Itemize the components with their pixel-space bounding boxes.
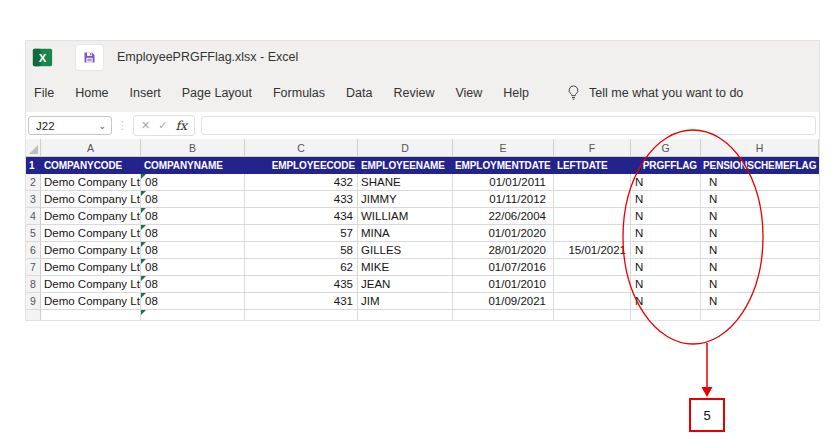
cell-employmentdate[interactable]: 28/01/2020 — [453, 242, 554, 259]
cell-pensionschemeflag[interactable]: N — [701, 191, 819, 208]
cell-employeecode[interactable]: 434 — [245, 208, 358, 225]
row-number[interactable]: 7 — [26, 259, 41, 276]
row-number[interactable]: 6 — [26, 242, 41, 259]
formula-input[interactable] — [201, 116, 816, 135]
cell-companyname[interactable]: 08 — [141, 293, 245, 310]
cell-companycode[interactable]: Demo Company Ltd — [41, 293, 141, 310]
cell-pensionschemeflag[interactable]: N — [701, 276, 819, 293]
header-prgfflag[interactable]: PRGFFLAG — [631, 157, 701, 174]
cell-leftdate[interactable] — [554, 259, 631, 276]
column-header-c[interactable]: C — [245, 139, 358, 157]
chevron-down-icon[interactable]: ⌄ — [98, 121, 106, 131]
row-number[interactable]: 5 — [26, 225, 41, 242]
cell-employeecode[interactable]: 435 — [245, 276, 358, 293]
cell-employeename[interactable]: JIMMY — [358, 191, 453, 208]
cell-prgfflag[interactable]: N — [631, 259, 701, 276]
cell-leftdate[interactable] — [554, 208, 631, 225]
cell-companycode[interactable]: Demo Company Ltd — [41, 225, 141, 242]
column-header-d[interactable]: D — [358, 139, 453, 157]
cell-employmentdate[interactable]: 01/09/2021 — [453, 293, 554, 310]
cell-companycode[interactable]: Demo Company Ltd — [41, 242, 141, 259]
cell-prgfflag[interactable]: N — [631, 293, 701, 310]
cell-employeecode[interactable]: 433 — [245, 191, 358, 208]
column-header-b[interactable]: B — [141, 139, 245, 157]
cell-employeecode[interactable]: 62 — [245, 259, 358, 276]
header-employeecode[interactable]: EMPLOYEECODE — [245, 157, 358, 174]
cell-companyname[interactable]: 08 — [141, 259, 245, 276]
header-employeename[interactable]: EMPLOYEENAME — [358, 157, 453, 174]
cell-pensionschemeflag[interactable]: N — [701, 242, 819, 259]
cell-leftdate[interactable] — [554, 293, 631, 310]
cell-employeename[interactable]: SHANE — [358, 174, 453, 191]
tab-review[interactable]: Review — [393, 86, 434, 100]
cell-employmentdate[interactable]: 01/01/2011 — [453, 174, 554, 191]
cell-leftdate[interactable]: 15/01/2021 — [554, 242, 631, 259]
cell-employmentdate[interactable]: 01/11/2012 — [453, 191, 554, 208]
cell-companyname[interactable]: 08 — [141, 242, 245, 259]
cell-employeename[interactable]: MIKE — [358, 259, 453, 276]
tab-home[interactable]: Home — [75, 86, 108, 100]
insert-function-icon[interactable]: fx — [175, 118, 187, 133]
cell-companyname[interactable]: 08 — [141, 225, 245, 242]
cell-pensionschemeflag[interactable]: N — [701, 259, 819, 276]
cell-leftdate[interactable] — [554, 225, 631, 242]
name-box[interactable]: J22 ⌄ — [28, 116, 112, 135]
cell-prgfflag[interactable]: N — [631, 225, 701, 242]
cell-employeecode[interactable]: 432 — [245, 174, 358, 191]
tab-view[interactable]: View — [455, 86, 482, 100]
row-number[interactable]: 3 — [26, 191, 41, 208]
cell-employeename[interactable]: GILLES — [358, 242, 453, 259]
cell-prgfflag[interactable]: N — [631, 174, 701, 191]
tab-data[interactable]: Data — [346, 86, 372, 100]
cell-leftdate[interactable] — [554, 276, 631, 293]
tell-me-box[interactable]: Tell me what you want to do — [566, 84, 743, 101]
row-number[interactable]: 1 — [26, 157, 41, 174]
cell-employmentdate[interactable]: 01/01/2020 — [453, 225, 554, 242]
cell-companycode[interactable]: Demo Company Ltd — [41, 276, 141, 293]
cell-employeename[interactable]: JIM — [358, 293, 453, 310]
tab-formulas[interactable]: Formulas — [273, 86, 325, 100]
tab-file[interactable]: File — [34, 86, 54, 100]
cell-pensionschemeflag[interactable]: N — [701, 208, 819, 225]
save-button[interactable] — [75, 44, 104, 71]
cancel-icon[interactable]: ✕ — [141, 119, 150, 132]
tab-help[interactable]: Help — [503, 86, 529, 100]
cell-companyname[interactable]: 08 — [141, 208, 245, 225]
tab-insert[interactable]: Insert — [130, 86, 161, 100]
cell-leftdate[interactable] — [554, 191, 631, 208]
cell-employeecode[interactable]: 58 — [245, 242, 358, 259]
cell-companyname[interactable]: 08 — [141, 191, 245, 208]
cell-employmentdate[interactable]: 01/01/2010 — [453, 276, 554, 293]
column-header-f[interactable]: F — [554, 139, 631, 157]
row-number[interactable]: 4 — [26, 208, 41, 225]
cell-companyname[interactable]: 08 — [141, 174, 245, 191]
cell-companyname[interactable]: 08 — [141, 276, 245, 293]
row-number[interactable]: 2 — [26, 174, 41, 191]
cell-pensionschemeflag[interactable]: N — [701, 293, 819, 310]
cell-pensionschemeflag[interactable]: N — [701, 174, 819, 191]
cell-pensionschemeflag[interactable]: N — [701, 225, 819, 242]
cell-employeename[interactable]: JEAN — [358, 276, 453, 293]
select-all-corner[interactable] — [26, 139, 41, 157]
tab-page-layout[interactable]: Page Layout — [182, 86, 252, 100]
header-leftdate[interactable]: LEFTDATE — [554, 157, 631, 174]
cell-companycode[interactable]: Demo Company Ltd — [41, 208, 141, 225]
cell-companycode[interactable]: Demo Company Ltd — [41, 259, 141, 276]
cell-employeename[interactable]: MINA — [358, 225, 453, 242]
column-header-h[interactable]: H — [701, 139, 819, 157]
column-header-a[interactable]: A — [41, 139, 141, 157]
header-companycode[interactable]: COMPANYCODE — [41, 157, 141, 174]
cell-companycode[interactable]: Demo Company Ltd — [41, 191, 141, 208]
column-header-g[interactable]: G — [631, 139, 701, 157]
cell-prgfflag[interactable]: N — [631, 208, 701, 225]
row-number[interactable]: 9 — [26, 293, 41, 310]
row-number[interactable]: 8 — [26, 276, 41, 293]
cell-prgfflag[interactable]: N — [631, 191, 701, 208]
cell-employmentdate[interactable]: 01/07/2016 — [453, 259, 554, 276]
header-companyname[interactable]: COMPANYNAME — [141, 157, 245, 174]
header-employmentdate[interactable]: EMPLOYMENTDATE — [453, 157, 554, 174]
cell-prgfflag[interactable]: N — [631, 242, 701, 259]
cell-employmentdate[interactable]: 22/06/2004 — [453, 208, 554, 225]
cell-prgfflag[interactable]: N — [631, 276, 701, 293]
enter-icon[interactable]: ✓ — [158, 119, 167, 132]
